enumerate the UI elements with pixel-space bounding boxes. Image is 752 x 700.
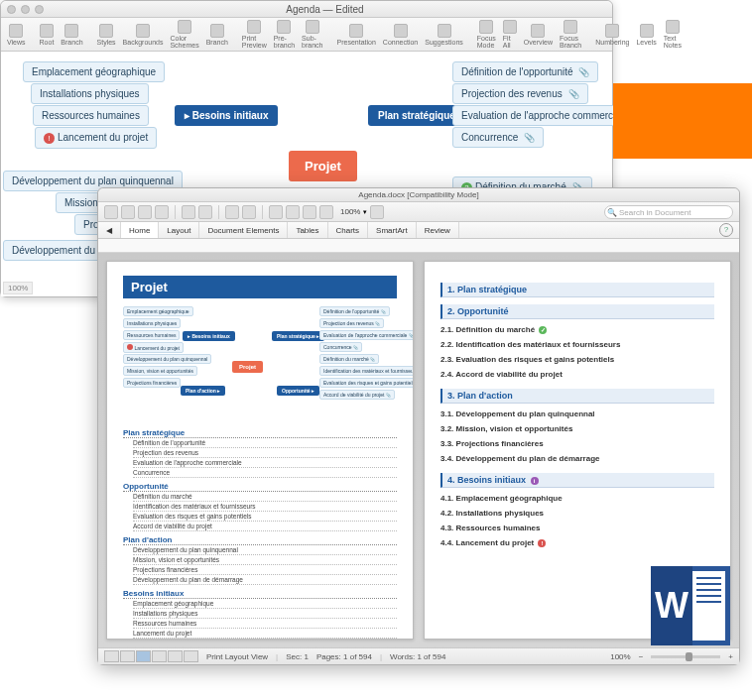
outline-item: 3.2. Mission, vision et opportunités [440, 421, 714, 436]
copy-icon[interactable] [242, 205, 256, 219]
tab-smartart[interactable]: SmartArt [368, 222, 417, 238]
toc-item: Lancement du projet [133, 629, 397, 639]
tab-home[interactable]: Home [121, 222, 159, 238]
outline-item: 4.3. Ressources humaines [440, 521, 714, 535]
zoom-dropdown[interactable]: 100% [340, 207, 360, 216]
toolbar-sub-branch[interactable]: Sub-branch [300, 20, 324, 49]
leaf-left-0[interactable]: Emplacement géographique [23, 61, 165, 82]
new-icon[interactable] [104, 205, 118, 219]
save-icon[interactable] [138, 205, 152, 219]
toolbar-overview[interactable]: Overview [522, 24, 555, 46]
status-zoom: 100% [610, 652, 630, 661]
toolbar-views[interactable]: Views [5, 24, 28, 46]
outline-item: 2.4. Accord de viabilité du projet [440, 367, 714, 382]
toolbar-focus-branch[interactable]: Focus Branch [558, 20, 583, 49]
toolbar-color-schemes[interactable]: Color Schemes [168, 20, 200, 49]
toolbar: ViewsRootBranchStylesBackgroundsColor Sc… [1, 18, 612, 52]
minimize-icon[interactable] [21, 5, 30, 14]
window-title: Agenda — Edited [44, 4, 606, 15]
cut-icon[interactable] [225, 205, 239, 219]
toc-item: Installations physiques [133, 609, 397, 619]
toolbar-branch[interactable]: Branch [204, 24, 230, 46]
toc-heading: Plan stratégique [123, 428, 397, 438]
leaf-right-1[interactable]: Projection des revenus 📎 [452, 83, 588, 104]
zoom-icon[interactable] [35, 5, 44, 14]
tab-review[interactable]: Review [417, 222, 459, 238]
view-label: Print Layout View [206, 652, 268, 661]
tab-layout[interactable]: Layout [159, 222, 199, 238]
zoom-slider[interactable] [651, 655, 720, 658]
orange-block [613, 83, 752, 159]
word-window: Agenda.docx [Compatibility Mode] 100% ▾ … [97, 187, 740, 665]
gallery-icon[interactable] [319, 205, 333, 219]
ribbon-back[interactable]: ◀ [98, 222, 121, 238]
open-icon[interactable] [121, 205, 135, 219]
toolbar-focus-mode[interactable]: Focus Mode [475, 20, 498, 49]
zoom-in-icon[interactable]: + [728, 652, 733, 661]
toc-item: Emplacement géographique [133, 599, 397, 609]
toc-item: Ressources humaines [133, 619, 397, 629]
word-quick-toolbar: 100% ▾ Search in Document [98, 202, 739, 222]
toolbar-connection[interactable]: Connection [381, 24, 420, 46]
show-icon[interactable] [286, 205, 300, 219]
status-words: Words: 1 of 594 [390, 652, 445, 661]
leaf-left-3[interactable]: !Lancement du projet [35, 127, 157, 149]
search-input[interactable]: Search in Document [604, 205, 733, 219]
page-1: Projet Projet▸ Besoins initiauxPlan stra… [106, 261, 414, 640]
toc-heading: Plan d'action [123, 535, 397, 545]
toolbar-levels[interactable]: Levels [634, 24, 658, 46]
leaf-right-0[interactable]: Définition de l'opportunité 📎 [452, 61, 598, 82]
toc-item: Evaluation des risques et gains potentie… [133, 512, 397, 522]
print-icon[interactable] [155, 205, 169, 219]
section-heading: 3. Plan d'action [440, 389, 714, 404]
branch-besoins[interactable]: ▸ Besoins initiaux [175, 105, 278, 126]
toolbar-suggestions[interactable]: Suggestions [423, 24, 465, 46]
attachment-icon: 📎 [568, 89, 579, 99]
leaf-left-7[interactable]: Développement du [3, 240, 104, 261]
titlebar: Agenda — Edited [1, 1, 612, 18]
toc-item: Identification des matériaux et fourniss… [133, 502, 397, 512]
tab-tables[interactable]: Tables [288, 222, 327, 238]
root-node[interactable]: Projet [289, 151, 357, 181]
outline-item: 2.2. Identification des matériaux et fou… [440, 337, 714, 352]
leaf-left-1[interactable]: Installations physiques [31, 83, 149, 104]
toolbar-presentation[interactable]: Presentation [335, 24, 378, 46]
tab-document-elements[interactable]: Document Elements [199, 222, 288, 238]
attachment-icon: 📎 [524, 133, 535, 143]
help-icon[interactable] [370, 205, 384, 219]
toolbar-branch[interactable]: Branch [59, 24, 84, 46]
leaf-right-3[interactable]: Concurrence 📎 [452, 127, 544, 148]
word-titlebar: Agenda.docx [Compatibility Mode] [98, 188, 739, 202]
document-area: Projet Projet▸ Besoins initiauxPlan stra… [98, 253, 739, 647]
toolbar-print-preview[interactable]: Print Preview [240, 20, 269, 49]
word-app-icon: W [651, 566, 730, 645]
toc-item: Mission, vision et opportunités [133, 555, 397, 565]
toolbar-text-notes[interactable]: Text Notes [662, 20, 684, 49]
tab-charts[interactable]: Charts [328, 222, 369, 238]
sidebar-icon[interactable] [303, 205, 316, 219]
doc-title: Projet [123, 276, 397, 298]
toc-heading: Besoins initiaux [123, 589, 397, 599]
section-heading: 2. Opportunité [440, 304, 714, 319]
toolbar-root[interactable]: Root [38, 24, 57, 46]
format-icon[interactable] [269, 205, 283, 219]
outline-item: 4.1. Emplacement géographique [440, 491, 714, 506]
toolbar-styles[interactable]: Styles [95, 24, 118, 46]
toolbar-numbering[interactable]: Numbering [593, 24, 631, 46]
outline-item: 4.4. Lancement du projet ! [440, 535, 714, 550]
mini-mindmap: Projet▸ Besoins initiauxPlan stratégique… [123, 306, 397, 420]
toc-item: Concurrence [133, 468, 397, 478]
close-icon[interactable] [7, 5, 16, 14]
toolbar-pre-branch[interactable]: Pre-branch [272, 20, 297, 49]
toolbar-fit-all[interactable]: Fit All [501, 20, 519, 49]
undo-icon[interactable] [182, 205, 195, 219]
toc-heading: Opportunité [123, 482, 397, 492]
leaf-left-2[interactable]: Ressources humaines [33, 105, 149, 126]
zoom-indicator: 100% [3, 282, 33, 294]
redo-icon[interactable] [198, 205, 212, 219]
toolbar-backgrounds[interactable]: Backgrounds [121, 24, 166, 46]
zoom-out-icon[interactable]: − [639, 652, 644, 661]
view-buttons[interactable] [104, 650, 198, 662]
collapse-ribbon-icon[interactable]: ? [719, 223, 733, 237]
outline-item: 3.4. Développement du plan de démarrage [440, 451, 714, 466]
